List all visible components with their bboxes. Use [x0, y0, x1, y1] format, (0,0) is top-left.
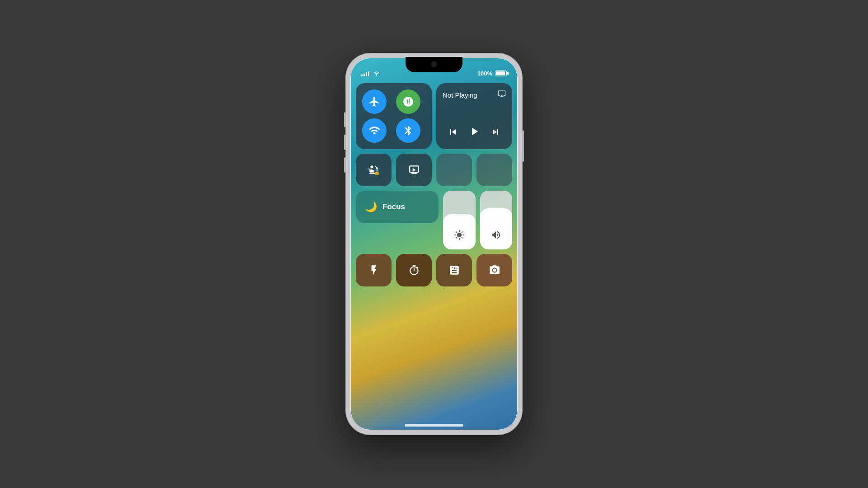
focus-sliders-row: 🌙 Focus — [356, 191, 512, 249]
orientation-lock-button[interactable]: 🔒 — [356, 154, 392, 186]
focus-button[interactable]: 🌙 Focus — [356, 191, 439, 223]
signal-bar-2 — [363, 74, 365, 76]
connectivity-panel — [356, 83, 432, 149]
camera-button[interactable] — [476, 254, 512, 286]
cellular-button[interactable] — [396, 89, 420, 114]
fast-forward-button[interactable] — [486, 125, 505, 142]
wifi-status-icon — [373, 70, 380, 77]
brightness-placeholder — [436, 154, 472, 186]
brightness-icon — [454, 230, 465, 243]
controls-row: 🔒 — [356, 154, 512, 186]
brightness-slider[interactable] — [443, 191, 476, 249]
svg-point-2 — [493, 269, 496, 272]
phone-screen: 100% — [349, 57, 519, 431]
status-left — [361, 70, 380, 77]
airplay-button[interactable] — [497, 89, 507, 99]
app-shortcuts-row — [356, 254, 512, 286]
signal-bar-4 — [368, 71, 369, 76]
focus-label: Focus — [382, 202, 405, 211]
home-indicator[interactable] — [405, 424, 463, 427]
screen-mirror-button[interactable] — [396, 154, 432, 186]
phone-frame-container: 100% — [346, 53, 522, 435]
status-right: 100% — [477, 70, 507, 77]
notch — [406, 57, 462, 72]
bluetooth-button[interactable] — [396, 118, 420, 143]
svg-point-0 — [371, 166, 373, 168]
control-center: Not Playing — [356, 83, 512, 286]
signal-bar-3 — [366, 72, 367, 76]
battery-percent: 100% — [477, 70, 492, 77]
flashlight-button[interactable] — [356, 254, 392, 286]
moon-icon: 🌙 — [365, 201, 377, 213]
volume-icon — [491, 230, 501, 243]
signal-bar-1 — [361, 75, 363, 76]
now-playing-title: Not Playing — [443, 91, 506, 99]
front-camera — [431, 61, 437, 67]
media-controls — [443, 123, 506, 143]
rewind-button[interactable] — [444, 125, 462, 142]
wifi-button[interactable] — [362, 118, 387, 143]
connectivity-now-playing-row: Not Playing — [356, 83, 512, 149]
volume-slider[interactable] — [480, 191, 513, 249]
calculator-button[interactable] — [436, 254, 472, 286]
battery-icon — [495, 70, 507, 76]
airplane-mode-button[interactable] — [362, 89, 387, 114]
svg-text:🔒: 🔒 — [374, 169, 380, 175]
timer-button[interactable] — [396, 254, 432, 286]
volume-placeholder — [476, 154, 512, 186]
play-button[interactable] — [464, 123, 484, 143]
now-playing-panel: Not Playing — [436, 83, 512, 149]
signal-bars — [361, 70, 369, 76]
